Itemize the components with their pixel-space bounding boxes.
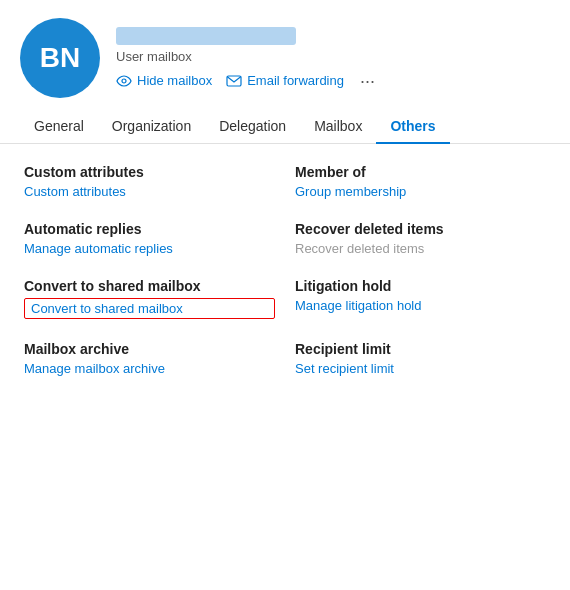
section-title-recover-deleted: Recover deleted items — [295, 221, 546, 237]
tab-general[interactable]: General — [20, 110, 98, 144]
tab-delegation[interactable]: Delegation — [205, 110, 300, 144]
convert-shared-mailbox-link[interactable]: Convert to shared mailbox — [24, 298, 275, 319]
header-info: User mailbox Hide mailbox Email forwardi… — [116, 27, 377, 90]
email-forwarding-button[interactable]: Email forwarding — [226, 73, 344, 89]
eye-icon — [116, 73, 132, 89]
section-title-automatic-replies: Automatic replies — [24, 221, 275, 237]
header-subtitle: User mailbox — [116, 49, 377, 64]
set-recipient-limit-link[interactable]: Set recipient limit — [295, 361, 546, 376]
section-custom-attributes: Custom attributes Custom attributes — [24, 164, 275, 199]
avatar: BN — [20, 18, 100, 98]
section-member-of: Member of Group membership — [295, 164, 546, 199]
more-options-button[interactable]: ··· — [358, 72, 377, 90]
group-membership-link[interactable]: Group membership — [295, 184, 546, 199]
section-recipient-limit: Recipient limit Set recipient limit — [295, 341, 546, 376]
header-actions: Hide mailbox Email forwarding ··· — [116, 72, 377, 90]
section-title-convert-shared: Convert to shared mailbox — [24, 278, 275, 294]
tab-others[interactable]: Others — [376, 110, 449, 144]
recover-deleted-link: Recover deleted items — [295, 241, 546, 256]
manage-litigation-hold-link[interactable]: Manage litigation hold — [295, 298, 546, 313]
section-title-mailbox-archive: Mailbox archive — [24, 341, 275, 357]
hide-mailbox-button[interactable]: Hide mailbox — [116, 73, 212, 89]
section-title-recipient-limit: Recipient limit — [295, 341, 546, 357]
section-litigation-hold: Litigation hold Manage litigation hold — [295, 278, 546, 319]
manage-automatic-replies-link[interactable]: Manage automatic replies — [24, 241, 275, 256]
section-title-member-of: Member of — [295, 164, 546, 180]
section-convert-shared: Convert to shared mailbox Convert to sha… — [24, 278, 275, 319]
custom-attributes-link[interactable]: Custom attributes — [24, 184, 275, 199]
section-mailbox-archive: Mailbox archive Manage mailbox archive — [24, 341, 275, 376]
section-title-custom-attributes: Custom attributes — [24, 164, 275, 180]
section-title-litigation-hold: Litigation hold — [295, 278, 546, 294]
header: BN User mailbox Hide mailbox Email forwa… — [0, 0, 570, 110]
header-name-bar — [116, 27, 296, 45]
tabs: General Organization Delegation Mailbox … — [0, 110, 570, 144]
manage-mailbox-archive-link[interactable]: Manage mailbox archive — [24, 361, 275, 376]
content-grid: Custom attributes Custom attributes Memb… — [0, 144, 570, 396]
forward-icon — [226, 73, 242, 89]
section-automatic-replies: Automatic replies Manage automatic repli… — [24, 221, 275, 256]
tab-organization[interactable]: Organization — [98, 110, 205, 144]
section-recover-deleted: Recover deleted items Recover deleted it… — [295, 221, 546, 256]
svg-point-0 — [122, 79, 126, 83]
tab-mailbox[interactable]: Mailbox — [300, 110, 376, 144]
